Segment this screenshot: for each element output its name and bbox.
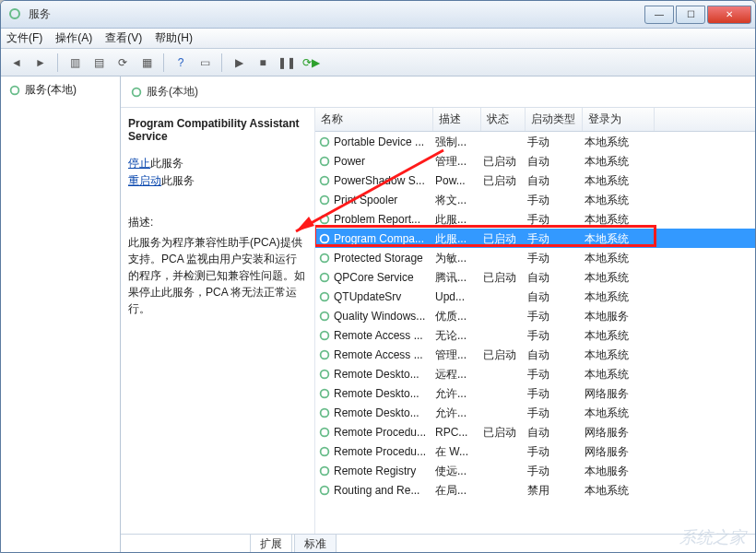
- svg-point-7: [321, 216, 329, 224]
- svg-point-8: [321, 235, 329, 243]
- options-button[interactable]: ▭: [195, 53, 215, 73]
- svg-point-2: [133, 88, 141, 96]
- properties-button[interactable]: ▤: [89, 53, 109, 73]
- cell-startup: 手动: [527, 193, 585, 208]
- column-startup[interactable]: 启动类型: [526, 108, 583, 131]
- service-row[interactable]: QPCore Service 腾讯... 已启动 自动 本地系统: [315, 267, 755, 287]
- gear-icon: [318, 368, 331, 381]
- cell-logon: 本地系统: [585, 231, 656, 247]
- export-button[interactable]: ▦: [136, 53, 157, 73]
- svg-point-9: [321, 254, 329, 263]
- cell-name: Remote Procedu...: [334, 445, 435, 458]
- cell-desc: RPC...: [435, 426, 483, 439]
- menu-file[interactable]: 文件(F): [6, 30, 42, 46]
- service-row[interactable]: Routing and Re... 在局... 禁用 本地系统: [315, 480, 755, 500]
- service-row[interactable]: Remote Deskto... 允许... 手动 网络服务: [315, 383, 755, 403]
- service-row[interactable]: Remote Registry 使远... 手动 本地服务: [315, 461, 755, 480]
- service-row[interactable]: Remote Access ... 无论... 手动 本地系统: [315, 325, 755, 345]
- cell-logon: 本地系统: [585, 154, 656, 170]
- cell-status: 已启动: [483, 270, 527, 286]
- services-list[interactable]: 名称 描述 状态 启动类型 登录为 Portable Device ... 强制…: [314, 108, 755, 534]
- service-row[interactable]: Remote Procedu... 在 W... 手动 网络服务: [315, 441, 755, 461]
- cell-startup: 手动: [527, 444, 585, 460]
- column-logon[interactable]: 登录为: [583, 108, 655, 131]
- tree-node-label: 服务(本地): [25, 82, 77, 98]
- service-row[interactable]: Quality Windows... 优质... 手动 本地服务: [315, 306, 755, 325]
- svg-point-5: [321, 177, 329, 185]
- column-name[interactable]: 名称: [315, 108, 433, 131]
- service-row[interactable]: Remote Procedu... RPC... 已启动 自动 网络服务: [315, 422, 755, 441]
- service-row[interactable]: Program Compa... 此服... 已启动 手动 本地系统: [315, 229, 755, 248]
- service-row[interactable]: Portable Device ... 强制... 手动 本地系统: [315, 132, 755, 151]
- cell-status: 已启动: [483, 231, 527, 247]
- cell-logon: 本地服务: [585, 464, 656, 479]
- cell-desc: 强制...: [435, 135, 483, 150]
- cell-name: Routing and Re...: [334, 484, 435, 497]
- cell-startup: 手动: [527, 251, 585, 266]
- menu-action[interactable]: 操作(A): [55, 30, 92, 46]
- cell-desc: 允许...: [435, 406, 483, 421]
- service-row[interactable]: Power 管理... 已启动 自动 本地系统: [315, 151, 755, 171]
- minimize-button[interactable]: —: [644, 6, 674, 24]
- refresh-button[interactable]: ⟳: [112, 53, 133, 73]
- cell-desc: 在局...: [435, 483, 483, 499]
- menubar: 文件(F) 操作(A) 查看(V) 帮助(H): [1, 29, 755, 49]
- restart-service-button[interactable]: ⟳▶: [301, 53, 321, 73]
- cell-status: 已启动: [483, 425, 527, 441]
- cell-name: Protected Storage: [334, 252, 435, 265]
- list-header[interactable]: 名称 描述 状态 启动类型 登录为: [315, 108, 755, 132]
- service-row[interactable]: Print Spooler 将文... 手动 本地系统: [315, 190, 755, 209]
- column-desc[interactable]: 描述: [433, 108, 481, 131]
- gear-icon: [318, 445, 331, 458]
- detail-pane: Program Compatibility Assistant Service …: [121, 108, 314, 534]
- service-description: 此服务为程序兼容性助手(PCA)提供支持。PCA 监视由用户安装和运行的程序，并…: [128, 234, 307, 317]
- restart-service-link[interactable]: 重启动: [128, 174, 161, 187]
- cell-desc: Pow...: [435, 174, 483, 187]
- service-row[interactable]: Problem Report... 此服... 手动 本地系统: [315, 209, 755, 229]
- right-panel: 服务(本地) Program Compatibility Assistant S…: [121, 76, 755, 553]
- cell-logon: 网络服务: [585, 425, 656, 441]
- cell-startup: 手动: [527, 135, 585, 150]
- restart-suffix-text: 此服务: [161, 174, 195, 187]
- right-panel-header: 服务(本地): [121, 76, 755, 108]
- svg-point-16: [321, 390, 329, 398]
- cell-desc: 使远...: [435, 464, 483, 479]
- service-row[interactable]: QTUpdateSrv Upd... 自动 本地系统: [315, 287, 755, 306]
- cell-startup: 手动: [527, 464, 585, 479]
- cell-name: Print Spooler: [334, 194, 435, 206]
- help-button[interactable]: ?: [171, 53, 191, 73]
- gear-icon: [318, 232, 331, 245]
- svg-point-21: [321, 487, 329, 495]
- gear-icon: [318, 155, 331, 168]
- back-button[interactable]: ◄: [6, 53, 27, 73]
- stop-service-button[interactable]: ■: [253, 53, 273, 73]
- show-hide-tree-button[interactable]: ▥: [65, 53, 85, 73]
- pause-service-button[interactable]: ❚❚: [277, 53, 297, 73]
- svg-point-13: [321, 332, 329, 340]
- close-button[interactable]: ✕: [707, 6, 751, 24]
- cell-logon: 本地服务: [585, 309, 656, 324]
- cell-desc: 为敏...: [435, 251, 483, 266]
- service-row[interactable]: PowerShadow S... Pow... 已启动 自动 本地系统: [315, 171, 755, 190]
- service-row[interactable]: Remote Access ... 管理... 已启动 自动 本地系统: [315, 345, 755, 364]
- cell-logon: 网络服务: [585, 444, 656, 460]
- stop-service-link[interactable]: 停止: [128, 157, 150, 170]
- service-row[interactable]: Remote Deskto... 允许... 手动 本地系统: [315, 403, 755, 422]
- menu-help[interactable]: 帮助(H): [155, 30, 193, 46]
- tab-extended[interactable]: 扩展: [250, 534, 292, 553]
- menu-view[interactable]: 查看(V): [105, 30, 142, 46]
- start-service-button[interactable]: ▶: [229, 53, 249, 73]
- cell-name: Quality Windows...: [334, 310, 435, 323]
- service-row[interactable]: Protected Storage 为敏... 手动 本地系统: [315, 248, 755, 267]
- svg-point-20: [321, 467, 329, 476]
- cell-logon: 本地系统: [585, 135, 656, 150]
- tree-node-services-local[interactable]: 服务(本地): [1, 76, 120, 103]
- column-status[interactable]: 状态: [481, 108, 526, 131]
- forward-button[interactable]: ►: [30, 53, 51, 73]
- tab-standard[interactable]: 标准: [294, 534, 337, 553]
- maximize-button[interactable]: ☐: [676, 6, 705, 24]
- titlebar[interactable]: 服务 — ☐ ✕: [1, 1, 755, 29]
- gear-icon: [318, 194, 331, 206]
- service-row[interactable]: Remote Deskto... 远程... 手动 本地系统: [315, 364, 755, 383]
- cell-startup: 自动: [527, 347, 585, 363]
